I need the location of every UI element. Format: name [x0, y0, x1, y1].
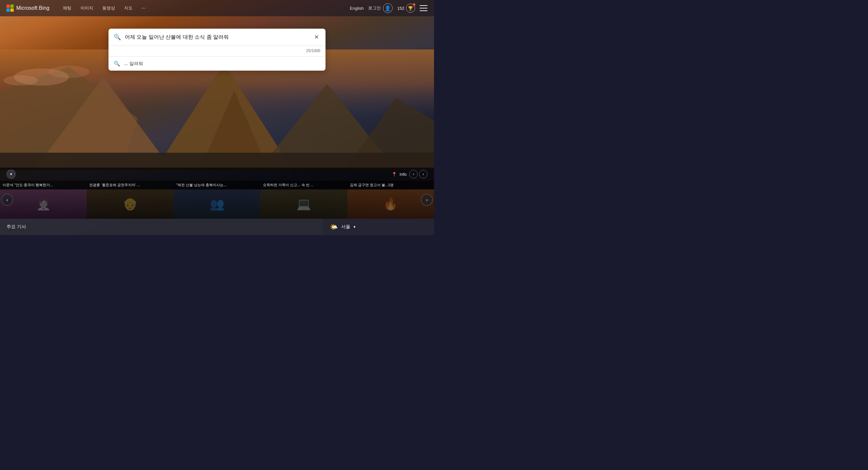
ms-logo-green — [10, 5, 14, 8]
trophy-icon: 🏆 — [406, 4, 415, 13]
nav-more[interactable]: ··· — [138, 3, 149, 13]
search-icon: 🔍 — [114, 34, 121, 41]
navbar-right: English 로그인 👤 152 🏆 — [350, 3, 428, 13]
news-card-title-3: "제천 산불 났는데 충북지사는... — [174, 181, 260, 190]
news-card-title-5: 김제 금구면 창고서 불...1명 — [347, 181, 434, 190]
news-card-thumb-3: 👥 — [174, 190, 260, 219]
nav-maps[interactable]: 지도 — [120, 3, 136, 13]
brand-name: Microsoft Bing — [16, 5, 49, 11]
news-card-thumb-2: 👴 — [87, 190, 173, 219]
hamburger-menu[interactable] — [420, 5, 428, 11]
suggestion-text: ... 알려줘 — [124, 61, 143, 67]
nav-videos[interactable]: 동영상 — [98, 3, 119, 13]
login-label: 로그인 — [368, 5, 381, 11]
news-card-title-1: 이준석 "인도·중국이 행복한가... — [0, 181, 87, 190]
chevron-down-icon: ▾ — [10, 172, 12, 176]
suggestion-search-icon: 🔍 — [114, 61, 120, 67]
search-clear-button[interactable]: ✕ — [312, 33, 320, 41]
main-news-label: 주요 기사 — [6, 224, 26, 230]
logo[interactable]: Microsoft Bing — [6, 5, 49, 12]
points-count: 152 — [397, 6, 404, 11]
news-card-4[interactable]: 오죽하면 가족이 신고... 속 빈 ... 💻 — [260, 181, 347, 219]
avatar[interactable]: 👤 — [383, 3, 393, 13]
news-card-thumb-1: 🧑‍💼 — [0, 190, 87, 219]
weather-icon: 🌤️ — [330, 223, 338, 231]
login-button[interactable]: 로그인 👤 — [368, 3, 393, 13]
bottom-bar: ▾ 📍 Info ‹ › ‹ 이준석 "인도·중국이 행복한가... 🧑‍💼 — [0, 168, 434, 235]
news-card-title-4: 오죽하면 가족이 신고... 속 빈 ... — [260, 181, 347, 190]
weather-city: 서울 — [341, 224, 350, 230]
nav-images[interactable]: 이미지 — [76, 3, 97, 13]
news-cards: 이준석 "인도·중국이 행복한가... 🧑‍💼 전광훈 '홍준표에 공천주지마'… — [0, 181, 434, 219]
svg-point-10 — [4, 75, 38, 86]
svg-point-9 — [48, 66, 90, 78]
points-badge[interactable]: 152 🏆 — [397, 4, 415, 13]
search-suggestion[interactable]: 🔍 ... 알려줘 — [108, 57, 326, 71]
news-prev-button[interactable]: ‹ — [1, 194, 13, 206]
navbar: Microsoft Bing 채팅 이미지 동영상 지도 ··· English… — [0, 0, 434, 16]
news-row: ▾ 📍 Info ‹ › ‹ 이준석 "인도·중국이 행복한가... 🧑‍💼 — [0, 168, 434, 219]
news-cards-container: ‹ 이준석 "인도·중국이 행복한가... 🧑‍💼 전광훈 '홍준표에 공천주지… — [0, 181, 434, 219]
ms-logo-yellow — [10, 8, 14, 12]
nav-chat[interactable]: 채팅 — [59, 3, 75, 13]
info-area: 📍 Info ‹ › — [392, 170, 428, 178]
search-main-row: 🔍 어제 오늘 일어난 산불에 대한 소식 좀 알려줘 ✕ — [108, 29, 326, 46]
news-card-2[interactable]: 전광훈 '홍준표에 공천주지마' ... 👴 — [87, 181, 173, 219]
next-nav-button[interactable]: › — [419, 170, 428, 178]
ms-logo-blue — [6, 8, 10, 12]
news-next-button[interactable]: › — [421, 194, 433, 206]
info-label: Info — [400, 172, 407, 177]
search-query-text: 어제 오늘 일어난 산불에 대한 소식 좀 알려줘 — [125, 34, 309, 41]
notification-dot — [413, 3, 415, 6]
news-card-thumb-5: 🔥 — [347, 190, 434, 219]
news-card-3[interactable]: "제천 산불 났는데 충북지사는... 👥 — [174, 181, 260, 219]
news-controls: ▾ 📍 Info ‹ › — [0, 168, 434, 181]
prev-nav-button[interactable]: ‹ — [409, 170, 418, 178]
weather-section[interactable]: 🌤️ 서울 ▾ — [323, 219, 434, 235]
nav-links: 채팅 이미지 동영상 지도 ··· — [59, 3, 350, 13]
nav-arrows: ‹ › — [409, 170, 428, 178]
main-news-section[interactable]: 주요 기사 — [0, 219, 323, 235]
scroll-down-button[interactable]: ▾ — [6, 170, 16, 179]
person-icon: 👤 — [384, 5, 391, 11]
weather-expand-button[interactable]: ▾ — [353, 225, 355, 229]
bottom-info-row: 주요 기사 🌤️ 서울 ▾ — [0, 219, 434, 235]
location-icon: 📍 — [392, 172, 397, 177]
search-box: 🔍 어제 오늘 일어난 산불에 대한 소식 좀 알려줘 ✕ 25/1000 🔍 … — [108, 29, 326, 71]
news-card-title-2: 전광훈 '홍준표에 공천주지마' ... — [87, 181, 173, 190]
microsoft-logo — [6, 5, 14, 12]
search-counter: 25/1000 — [108, 46, 326, 57]
ms-logo-red — [6, 5, 10, 8]
news-card-thumb-4: 💻 — [260, 190, 347, 219]
language-button[interactable]: English — [350, 6, 364, 11]
